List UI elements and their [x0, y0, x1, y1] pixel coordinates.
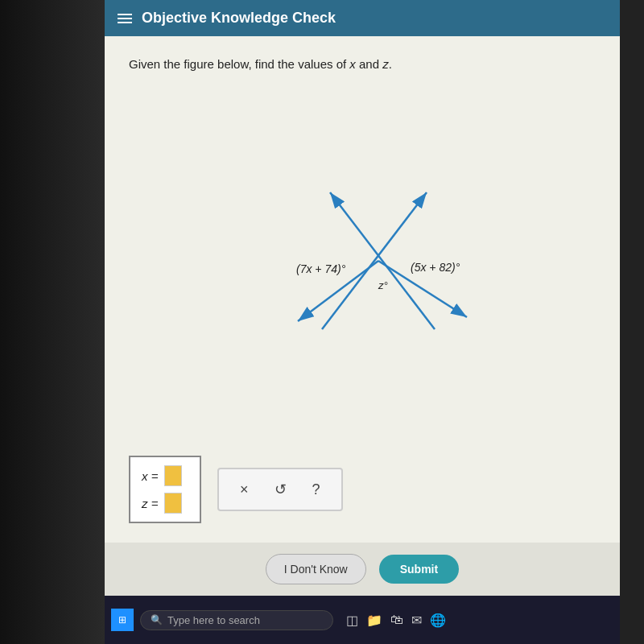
geometry-figure: (7x + 74)° (5x + 82)° z°	[225, 168, 499, 353]
x-input[interactable]	[164, 465, 182, 486]
x-row: x =	[142, 465, 188, 486]
mail-icon[interactable]: ✉	[411, 613, 422, 628]
header-title: Objective Knowledge Check	[142, 10, 336, 27]
question-text: Given the figure below, find the values …	[129, 56, 596, 72]
taskbar-search-box[interactable]: 🔍 Type here to search	[140, 610, 333, 630]
variables-box: x = z =	[129, 456, 201, 523]
angle3-label: z°	[378, 279, 388, 291]
taskview-icon[interactable]: ◫	[346, 613, 358, 628]
bottom-bar: I Don't Know Submit	[105, 543, 620, 596]
z-input[interactable]	[164, 493, 182, 514]
search-placeholder-text: Type here to search	[167, 614, 260, 626]
x-label: x =	[142, 469, 158, 483]
figure-area: (7x + 74)° (5x + 82)° z°	[129, 89, 596, 433]
angle1-label: (7x + 74)°	[296, 262, 346, 275]
multiply-button[interactable]: ×	[235, 478, 254, 502]
file-explorer-icon[interactable]: 📁	[366, 613, 382, 628]
taskbar: ⊞ 🔍 Type here to search ◫ 📁 🛍 ✉ 🌐	[105, 596, 620, 644]
z-row: z =	[142, 493, 188, 514]
z-label: z =	[142, 497, 158, 510]
store-icon[interactable]: 🛍	[390, 613, 403, 628]
taskbar-system-icons: ◫ 📁 🛍 ✉ 🌐	[346, 613, 446, 628]
app-header: Objective Knowledge Check	[105, 0, 620, 36]
action-buttons-panel: × ↺ ?	[217, 468, 343, 511]
answer-area: x = z = × ↺ ?	[129, 456, 596, 523]
help-button[interactable]: ?	[308, 478, 325, 502]
submit-button[interactable]: Submit	[379, 555, 459, 584]
hamburger-menu-icon[interactable]	[118, 14, 132, 23]
undo-button[interactable]: ↺	[270, 477, 291, 502]
chrome-icon[interactable]: 🌐	[430, 613, 446, 628]
search-icon: 🔍	[151, 614, 163, 625]
angle2-label: (5x + 82)°	[411, 261, 460, 274]
main-content: Given the figure below, find the values …	[105, 36, 620, 543]
start-button[interactable]: ⊞	[111, 609, 134, 631]
dont-know-button[interactable]: I Don't Know	[266, 554, 366, 584]
